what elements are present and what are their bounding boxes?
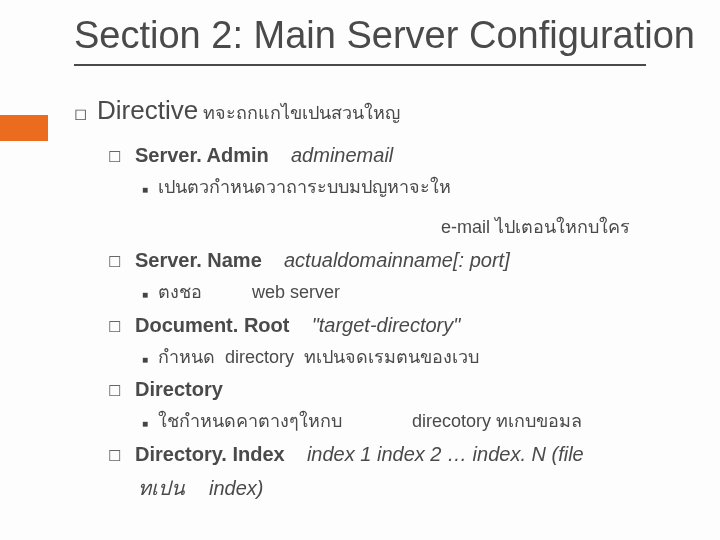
- directive-note: ทจะถกแกไขเปนสวนใหญ: [203, 103, 400, 123]
- item-name: Directory: [135, 372, 223, 406]
- checkbox-icon: ☐: [108, 314, 121, 340]
- sub-pre: กำหนด: [158, 342, 215, 373]
- checkbox-icon: ☐: [108, 378, 121, 404]
- item-arg: index 1 index 2 … index. N (file: [307, 443, 584, 465]
- square-bullet-icon: ■: [142, 415, 148, 432]
- square-bullet-icon: ■: [142, 351, 148, 368]
- sub-mid: e-mail: [441, 217, 490, 237]
- sub-pre: ใชกำหนดคาตางๆใหกบ: [158, 406, 342, 437]
- item-directory-index: ☐ Directory. Index index 1 index 2 … ind…: [74, 437, 720, 471]
- item-name: Server. Admin: [135, 144, 269, 166]
- square-bullet-icon: ■: [142, 286, 148, 303]
- sub-mid: directory: [225, 342, 294, 373]
- sub-post: ทเกบขอมล: [496, 411, 582, 431]
- sub-mid: web server: [252, 277, 340, 308]
- item-arg: adminemail: [291, 144, 393, 166]
- content-area: ◻ Directive ทจะถกแกไขเปนสวนใหญ ☐ Server.…: [0, 66, 720, 505]
- checkbox-icon: ☐: [108, 249, 121, 275]
- slide-title: Section 2: Main Server Configuration: [0, 0, 720, 58]
- hollow-square-icon: ◻: [74, 100, 87, 127]
- tail-pre: ทเปน: [138, 471, 185, 505]
- item-server-admin: ☐ Server. Admin adminemail: [74, 138, 720, 172]
- tail-post: index): [209, 471, 263, 505]
- item-server-admin-sub: ■ เปนตวกำหนดวาถาระบบมปญหาจะให e-mail ไปเ…: [74, 172, 720, 243]
- square-bullet-icon: ■: [142, 181, 148, 198]
- sub-pre: ตงชอ: [158, 277, 202, 308]
- item-server-name: ☐ Server. Name actualdomainname[: port]: [74, 243, 720, 277]
- item-name: Document. Root: [135, 314, 289, 336]
- item-document-root-sub: ■ กำหนด directory ทเปนจดเรมตนของเวบ: [74, 342, 720, 373]
- item-document-root: ☐ Document. Root "target-directory": [74, 308, 720, 342]
- item-name: Directory. Index: [135, 443, 285, 465]
- checkbox-icon: ☐: [108, 144, 121, 170]
- directive-heading: ◻ Directive ทจะถกแกไขเปนสวนใหญ: [74, 88, 720, 132]
- item-name: Server. Name: [135, 249, 262, 271]
- sub-post: ทเปนจดเรมตนของเวบ: [304, 342, 479, 373]
- checkbox-icon: ☐: [108, 443, 121, 469]
- item-server-name-sub: ■ ตงชอ web server: [74, 277, 720, 308]
- accent-bar: [0, 115, 48, 141]
- item-directory-index-tail: ทเปน index): [74, 471, 720, 505]
- item-arg: "target-directory": [312, 314, 461, 336]
- sub-mid: direcotory: [412, 411, 491, 431]
- directive-label: Directive: [97, 95, 198, 125]
- item-directory: ☐ Directory: [74, 372, 720, 406]
- item-arg: actualdomainname[: port]: [284, 249, 510, 271]
- sub-pre: เปนตวกำหนดวาถาระบบมปญหาจะให: [158, 172, 451, 203]
- sub-post: ไปเตอนใหกบใคร: [495, 217, 630, 237]
- item-directory-sub: ■ ใชกำหนดคาตางๆใหกบ direcotory ทเกบขอมล: [74, 406, 720, 437]
